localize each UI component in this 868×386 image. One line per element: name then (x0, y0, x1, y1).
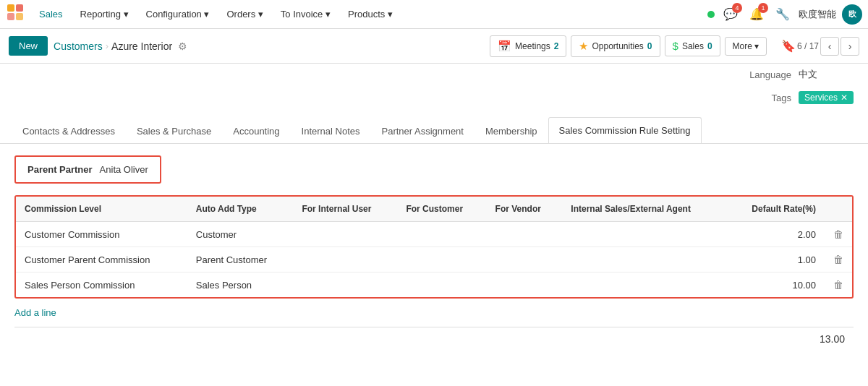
col-header-commission-level: Commission Level (16, 197, 187, 222)
user-avatar[interactable]: 欧 (842, 4, 862, 25)
col-header-default-rate: Default Rate(%) (727, 197, 825, 222)
opportunities-button[interactable]: ★ Opportunities 0 (571, 35, 660, 57)
parent-partner-box: Parent Partner Anita Oliver (14, 155, 161, 184)
tag-text: Services (804, 93, 838, 103)
cell-for-customer-3 (397, 273, 486, 298)
new-button[interactable]: New (9, 36, 48, 56)
prev-record-button[interactable]: ‹ (820, 37, 839, 56)
cell-internal-sales-2 (562, 247, 726, 273)
next-record-button[interactable]: › (841, 37, 859, 56)
settings-button[interactable]: 🔧 (773, 4, 793, 25)
tag-remove-icon[interactable]: ✕ (841, 93, 848, 103)
bookmark-icon[interactable]: 🔖 (781, 39, 796, 53)
record-settings-icon[interactable]: ⚙ (178, 40, 187, 52)
tab-sales-purchase[interactable]: Sales & Purchase (126, 118, 222, 144)
svg-rect-3 (16, 13, 23, 20)
cell-for-vendor-3 (487, 273, 563, 298)
col-header-for-customer: For Customer (397, 197, 486, 222)
cell-internal-sales-3 (562, 273, 726, 298)
tab-contacts-addresses[interactable]: Contacts & Addresses (12, 118, 126, 144)
cell-auto-add-type-3: Sales Person (187, 273, 294, 298)
cell-commission-level-1: Customer Commission (16, 222, 187, 247)
cell-for-vendor-2 (487, 247, 563, 273)
meetings-button[interactable]: 📅 Meetings 2 (490, 35, 566, 57)
user-name[interactable]: 欧度智能 (799, 8, 836, 21)
cell-for-customer-2 (397, 247, 486, 273)
commission-table-wrapper: Commission Level Auto Add Type For Inter… (14, 195, 854, 299)
nav-item-reporting[interactable]: Reporting ▾ (73, 6, 136, 22)
breadcrumb-parent[interactable]: Customers (54, 40, 103, 52)
star-icon: ★ (579, 40, 588, 53)
record-navigation: 🔖 6 / 17 ‹ › (778, 37, 859, 56)
more-label: More (733, 41, 752, 51)
cell-internal-sales-1 (562, 222, 726, 247)
col-header-for-vendor: For Vendor (487, 197, 563, 222)
cell-default-rate-1: 2.00 (727, 222, 825, 247)
svg-rect-1 (16, 4, 23, 12)
delete-row-icon-3[interactable]: 🗑 (833, 279, 843, 291)
sales-count: 0 (707, 41, 712, 51)
col-header-for-internal-user: For Internal User (293, 197, 397, 222)
opportunities-label: Opportunities (592, 41, 643, 51)
cell-auto-add-type-2: Parent Customer (187, 247, 294, 273)
delete-row-icon-1[interactable]: 🗑 (833, 228, 843, 240)
sales-button[interactable]: $ Sales 0 (665, 35, 720, 56)
tab-partner-assignment[interactable]: Partner Assignment (371, 118, 475, 144)
cell-commission-level-2: Customer Parent Commission (16, 247, 187, 273)
activity-button[interactable]: 🔔 1 (746, 4, 767, 25)
table-row: Sales Person Commission Sales Person 10.… (16, 273, 852, 298)
status-indicator (707, 11, 715, 18)
cell-for-internal-user-1 (293, 222, 397, 247)
tab-commission-rule[interactable]: Sales Commission Rule Setting (548, 117, 702, 144)
cell-for-customer-1 (397, 222, 486, 247)
cell-delete-2[interactable]: 🗑 (825, 247, 852, 273)
tab-accounting[interactable]: Accounting (222, 118, 290, 144)
delete-row-icon-2[interactable]: 🗑 (833, 254, 843, 265)
commission-tab-content: Parent Partner Anita Oliver Commission L… (0, 144, 868, 362)
more-button[interactable]: More ▾ (725, 37, 767, 56)
chat-badge: 4 (732, 3, 742, 13)
tab-membership[interactable]: Membership (475, 118, 548, 144)
nav-item-configuration[interactable]: Configuration ▾ (139, 6, 217, 22)
breadcrumb-current: Azure Interior (111, 40, 172, 52)
tags-label: Tags (733, 93, 791, 103)
svg-rect-2 (7, 13, 14, 20)
nav-item-products[interactable]: Products ▾ (341, 6, 400, 22)
add-line-button[interactable]: Add a line (14, 307, 854, 318)
calendar-icon: 📅 (498, 40, 511, 53)
cell-delete-3[interactable]: 🗑 (825, 273, 852, 298)
total-value: 13.00 (820, 333, 845, 345)
tags-field-row: Tags Services ✕ (733, 91, 854, 104)
record-count: 6 / 17 (797, 41, 819, 51)
form-header-fields: Language 中文 Tags Services ✕ (0, 64, 868, 114)
commission-table: Commission Level Auto Add Type For Inter… (16, 197, 852, 297)
cell-default-rate-3: 10.00 (727, 273, 825, 298)
tab-internal-notes[interactable]: Internal Notes (291, 118, 371, 144)
app-logo[interactable] (6, 3, 26, 25)
nav-right-section: 💬 4 🔔 1 🔧 欧度智能 欧 (707, 4, 862, 25)
meetings-label: Meetings (515, 41, 550, 51)
parent-partner-label: Parent Partner (27, 164, 93, 175)
services-tag[interactable]: Services ✕ (799, 91, 854, 104)
form-tabs: Contacts & Addresses Sales & Purchase Ac… (0, 117, 868, 144)
sales-label: Sales (682, 41, 704, 51)
parent-partner-value[interactable]: Anita Oliver (100, 164, 148, 175)
toolbar-action-buttons: 📅 Meetings 2 ★ Opportunities 0 $ Sales 0… (490, 35, 767, 57)
activity-badge: 1 (758, 3, 768, 13)
top-navigation: Sales Reporting ▾ Configuration ▾ Orders… (0, 0, 868, 29)
nav-item-sales[interactable]: Sales (32, 6, 70, 22)
table-row: Customer Parent Commission Parent Custom… (16, 247, 852, 273)
language-field-row: Language 中文 (733, 68, 854, 81)
total-row: 13.00 (14, 327, 854, 351)
nav-item-orders[interactable]: Orders ▾ (219, 6, 270, 22)
cell-delete-1[interactable]: 🗑 (825, 222, 852, 247)
nav-item-to-invoice[interactable]: To Invoice ▾ (273, 6, 338, 22)
chat-button[interactable]: 💬 4 (720, 4, 741, 25)
col-header-actions (825, 197, 852, 222)
record-toolbar: New Customers › Azure Interior ⚙ 📅 Meeti… (0, 29, 868, 64)
meetings-count: 2 (554, 41, 559, 51)
cell-for-internal-user-3 (293, 273, 397, 298)
opportunities-count: 0 (647, 41, 652, 51)
language-label: Language (733, 69, 791, 80)
more-chevron-icon: ▾ (754, 41, 759, 51)
